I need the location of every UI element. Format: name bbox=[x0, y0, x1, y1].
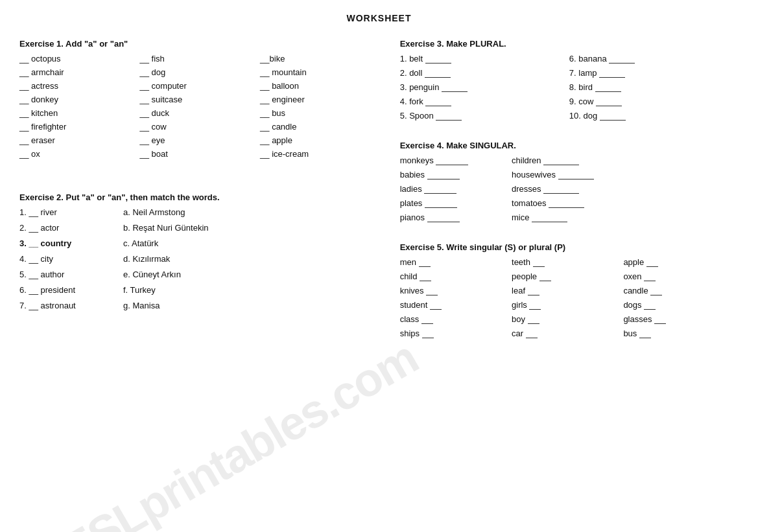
ex1-row: __ donkey__ suitcase__ engineer bbox=[19, 95, 381, 104]
ex1-row: __ eraser__ eye__ apple bbox=[19, 135, 381, 145]
ex2-match: f. Turkey bbox=[123, 285, 253, 295]
ex4-left: babies bbox=[400, 170, 512, 179]
ex1-row: __ firefighter__ cow__ candle bbox=[19, 122, 381, 132]
ex2-match: c. Atatürk bbox=[123, 238, 253, 248]
ex5-col3: oxen bbox=[623, 272, 735, 281]
ex2-item: 5. __ authore. Cüneyt Arkın bbox=[19, 270, 381, 279]
ex1-word: __bike bbox=[260, 54, 381, 64]
ex2-word: 6. __ president bbox=[19, 285, 123, 295]
exercise2-title: Exercise 2. Put "a" or "an", then match … bbox=[19, 192, 381, 202]
ex1-word: __ ice-cream bbox=[260, 149, 381, 159]
ex3-right: 9. cow bbox=[569, 97, 739, 106]
ex5-col1: ships bbox=[400, 329, 512, 338]
ex4-right: housewives bbox=[512, 170, 623, 179]
ex3-right: 6. banana bbox=[569, 54, 739, 64]
ex2-match: d. Kızılırmak bbox=[123, 254, 253, 264]
ex1-word: __ apple bbox=[260, 135, 381, 145]
ex2-word: 2. __ actor bbox=[19, 223, 123, 233]
ex5-row: student girls dogs bbox=[400, 300, 739, 310]
ex2-match: a. Neil Armstong bbox=[123, 207, 253, 217]
ex4-right: tomatoes bbox=[512, 198, 623, 208]
ex2-word: 7. __ astronaut bbox=[19, 301, 123, 310]
exercise3-title: Exercise 3. Make PLURAL. bbox=[400, 39, 739, 49]
ex5-col2: people bbox=[512, 272, 623, 281]
ex1-word: __ suitcase bbox=[140, 95, 261, 104]
ex3-left: 3. penguin bbox=[400, 82, 569, 92]
ex5-col3: bus bbox=[623, 329, 735, 338]
ex4-row: monkeys children bbox=[400, 156, 739, 165]
ex1-row: __ octopus__ fish__bike bbox=[19, 54, 381, 64]
ex5-row: child people oxen bbox=[400, 272, 739, 281]
ex5-col2: leaf bbox=[512, 286, 623, 295]
ex3-row: 2. doll 7. lamp bbox=[400, 68, 739, 78]
ex5-row: knives leaf candle bbox=[400, 286, 739, 295]
ex1-word: __ mountain bbox=[260, 67, 381, 77]
ex2-item: 7. __ astronautg. Manisa bbox=[19, 301, 381, 310]
ex1-word: __ dog bbox=[140, 67, 261, 77]
ex2-match: b. Reşat Nuri Güntekin bbox=[123, 223, 253, 233]
ex5-col2: teeth bbox=[512, 257, 623, 267]
ex5-col3: dogs bbox=[623, 300, 735, 310]
ex2-item: 3. __ countryc. Atatürk bbox=[19, 238, 381, 248]
ex1-word: __ balloon bbox=[260, 81, 381, 91]
ex4-row: plates tomatoes bbox=[400, 198, 739, 208]
ex1-word: __ actress bbox=[19, 81, 140, 91]
ex5-row: ships car bus bbox=[400, 329, 739, 338]
ex5-col3: glasses bbox=[623, 314, 735, 324]
ex4-right: mice bbox=[512, 213, 623, 222]
ex3-right: 7. lamp bbox=[569, 68, 739, 78]
watermark: ESLprintables.com bbox=[53, 330, 426, 532]
ex1-row: __ actress__ computer__ balloon bbox=[19, 81, 381, 91]
ex5-row: class boy glasses bbox=[400, 314, 739, 324]
ex2-item: 2. __ actorb. Reşat Nuri Güntekin bbox=[19, 223, 381, 233]
ex1-word: __ engineer bbox=[260, 95, 381, 104]
ex2-match: e. Cüneyt Arkın bbox=[123, 270, 253, 279]
ex1-word: __ candle bbox=[260, 122, 381, 132]
ex3-left: 5. Spoon bbox=[400, 111, 569, 121]
ex4-left: plates bbox=[400, 198, 512, 208]
ex5-col3: apple bbox=[623, 257, 735, 267]
ex5-col1: class bbox=[400, 314, 512, 324]
ex2-word: 5. __ author bbox=[19, 270, 123, 279]
ex5-col1: child bbox=[400, 272, 512, 281]
ex2-item: 4. __ cityd. Kızılırmak bbox=[19, 254, 381, 264]
ex2-word: 4. __ city bbox=[19, 254, 123, 264]
ex1-word: __ eraser bbox=[19, 135, 140, 145]
ex3-row: 4. fork 9. cow bbox=[400, 97, 739, 106]
ex1-row: __ armchair__ dog__ mountain bbox=[19, 67, 381, 77]
ex4-row: pianos mice bbox=[400, 213, 739, 222]
ex3-left: 4. fork bbox=[400, 97, 569, 106]
ex3-left: 2. doll bbox=[400, 68, 569, 78]
ex5-col1: knives bbox=[400, 286, 512, 295]
exercise1-title: Exercise 1. Add "a" or "an" bbox=[19, 39, 381, 49]
ex3-row: 3. penguin 8. bird bbox=[400, 82, 739, 92]
ex4-left: ladies bbox=[400, 184, 512, 194]
ex3-right: 10. dog bbox=[569, 111, 739, 121]
ex1-word: __ firefighter bbox=[19, 122, 140, 132]
ex1-row: __ ox__ boat__ ice-cream bbox=[19, 149, 381, 159]
ex2-match: g. Manisa bbox=[123, 301, 253, 310]
ex4-right: children bbox=[512, 156, 623, 165]
ex4-right: dresses bbox=[512, 184, 623, 194]
ex1-word: __ cow bbox=[140, 122, 261, 132]
ex4-left: pianos bbox=[400, 213, 512, 222]
ex5-col3: candle bbox=[623, 286, 735, 295]
ex1-word: __ eye bbox=[140, 135, 261, 145]
ex2-word: 1. __ river bbox=[19, 207, 123, 217]
ex1-word: __ ox bbox=[19, 149, 140, 159]
ex3-left: 1. belt bbox=[400, 54, 569, 64]
ex4-row: babies housewives bbox=[400, 170, 739, 179]
ex1-word: __ fish bbox=[140, 54, 261, 64]
ex1-word: __ duck bbox=[140, 108, 261, 118]
ex1-word: __ boat bbox=[140, 149, 261, 159]
exercise5-title: Exercise 5. Write singular (S) or plural… bbox=[400, 242, 739, 252]
ex5-col2: boy bbox=[512, 314, 623, 324]
ex1-word: __ computer bbox=[140, 81, 261, 91]
ex2-item: 1. __ rivera. Neil Armstong bbox=[19, 207, 381, 217]
ex1-word: __ octopus bbox=[19, 54, 140, 64]
ex1-word: __ kitchen bbox=[19, 108, 140, 118]
page-title: WORKSHEET bbox=[19, 13, 739, 23]
ex4-left: monkeys bbox=[400, 156, 512, 165]
ex3-right: 8. bird bbox=[569, 82, 739, 92]
ex1-word: __ donkey bbox=[19, 95, 140, 104]
